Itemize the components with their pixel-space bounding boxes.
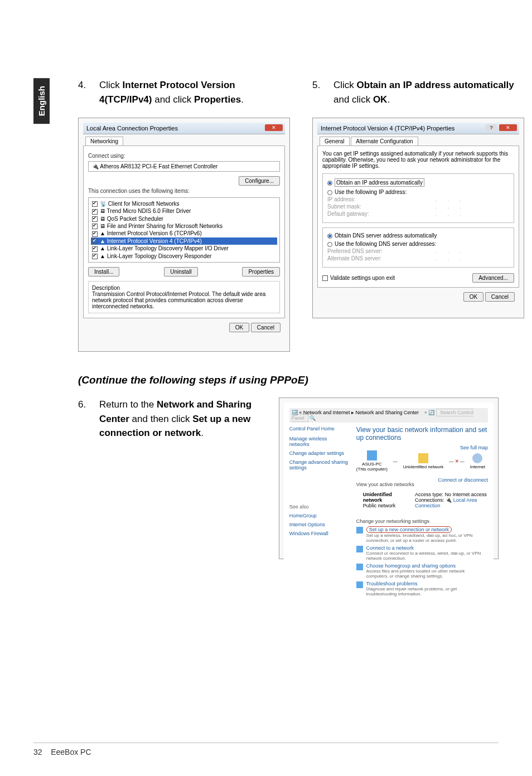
step-number: 4.: [78, 78, 89, 106]
active-networks-label: View your active networks: [356, 482, 414, 487]
ns-option[interactable]: Connect to a networkConnect or reconnect…: [356, 545, 488, 561]
sidebar-link[interactable]: Manage wireless networks: [289, 436, 349, 447]
sidebar-link[interactable]: Windows Firewall: [289, 531, 349, 536]
validate-checkbox[interactable]: Validate settings upon exit: [322, 275, 395, 281]
list-item[interactable]: ▲ Link-Layer Topology Discovery Responde…: [91, 253, 277, 260]
tab-general[interactable]: General: [320, 137, 350, 146]
list-item[interactable]: ▲ Link-Layer Topology Discovery Mapper I…: [91, 245, 277, 252]
sidebar-link[interactable]: HomeGroup: [289, 513, 349, 518]
radio-use-dns[interactable]: Use the following DNS server addresses:: [327, 241, 509, 247]
continue-heading: (Continue the following steps if using P…: [78, 374, 499, 386]
advanced-button[interactable]: Advanced...: [472, 273, 514, 283]
uninstall-button[interactable]: Uninstall: [164, 267, 197, 277]
step-number: 5.: [312, 78, 323, 106]
pdns-label: Preferred DNS server:: [327, 248, 389, 254]
cancel-button[interactable]: Cancel: [485, 292, 515, 302]
ip-address-label: IP address:: [327, 196, 389, 202]
network-sharing-screenshot: 🔙 « Network and Internet ▸ Network and S…: [279, 397, 499, 559]
language-tab: English: [33, 78, 50, 124]
ok-button[interactable]: OK: [229, 323, 249, 332]
page-number: 32: [33, 748, 42, 756]
description-body: Transmission Control Protocol/Internet P…: [92, 291, 276, 309]
ns-option[interactable]: Set up a new connection or networkSet up…: [356, 526, 488, 543]
gateway-label: Default gateway:: [327, 211, 389, 217]
step-body: Click Obtain an IP address automatically…: [333, 78, 524, 106]
step-4: 4. Click Internet Protocol Version 4(TCP…: [78, 78, 290, 106]
list-item[interactable]: 📡 Client for Microsoft Networks: [91, 200, 277, 207]
properties-button[interactable]: Properties: [242, 267, 280, 277]
connect-disconnect-link[interactable]: Connect or disconnect: [438, 477, 488, 489]
radio-obtain-dns[interactable]: Obtain DNS server address automatically: [327, 232, 509, 239]
close-icon[interactable]: ✕: [499, 124, 517, 131]
sidebar-link[interactable]: Change advanced sharing settings: [289, 459, 349, 471]
cancel-button[interactable]: Cancel: [251, 323, 280, 332]
adapter-field: 🔌 Atheros AR8132 PCI-E Fast Ethernet Con…: [88, 161, 280, 172]
step-number: 6.: [78, 397, 89, 440]
items-label: This connection uses the following items…: [88, 188, 280, 194]
change-settings-label: Change your networking settings: [356, 518, 488, 524]
dialog-title: Internet Protocol Version 4 (TCP/IPv4) P…: [321, 125, 454, 132]
step-5: 5. Click Obtain an IP address automatica…: [312, 78, 524, 106]
radio-obtain-ip[interactable]: Obtain an IP address automatically: [327, 178, 509, 187]
configure-button[interactable]: Configure...: [239, 176, 280, 186]
network-diagram: ASUS-PC(This computer) — Unidentified ne…: [356, 450, 488, 472]
sidebar-link[interactable]: Change adapter settings: [289, 450, 349, 456]
ipv4-properties-screenshot: Internet Protocol Version 4 (TCP/IPv4) P…: [312, 118, 524, 318]
tab-networking[interactable]: Networking: [85, 137, 123, 146]
subnet-label: Subnet mask:: [327, 203, 389, 210]
breadcrumb[interactable]: 🔙 « Network and Internet ▸ Network and S…: [289, 408, 488, 423]
dialog-titlebar: Internet Protocol Version 4 (TCP/IPv4) P…: [317, 123, 519, 134]
see-also-label: See also: [289, 504, 349, 510]
lac-properties-screenshot: Local Area Connection Properties ✕ Netwo…: [78, 118, 290, 352]
dns-group: Obtain DNS server address automatically …: [322, 227, 514, 268]
description-box: Description Transmission Control Protoco…: [88, 281, 280, 313]
step-body: Click Internet Protocol Version 4(TCP/IP…: [99, 78, 290, 106]
list-item[interactable]: 🖥 QoS Packet Scheduler: [91, 215, 277, 222]
step-6: 6. Return to the Network and Sharing Cen…: [78, 397, 262, 440]
ns-option[interactable]: Troubleshoot problemsDiagnose and repair…: [356, 581, 488, 596]
connect-using-label: Connect using:: [88, 153, 280, 159]
list-item[interactable]: 🖥 Trend Micro NDIS 6.0 Filter Driver: [91, 207, 277, 215]
ns-heading: View your basic network information and …: [356, 426, 488, 442]
ip-group: Obtain an IP address automatically Use t…: [322, 173, 514, 223]
description-heading: Description: [92, 285, 276, 291]
step-body: Return to the Network and Sharing Center…: [99, 397, 262, 440]
install-button[interactable]: Install...: [88, 267, 119, 277]
adns-label: Alternate DNS server:: [327, 255, 389, 261]
see-full-map-link[interactable]: See full map: [460, 445, 488, 450]
dialog-titlebar: Local Area Connection Properties ✕: [83, 123, 285, 134]
radio-use-ip[interactable]: Use the following IP address:: [327, 189, 509, 195]
help-icon[interactable]: ?: [486, 124, 497, 131]
close-icon[interactable]: ✕: [265, 124, 283, 131]
page-footer: 32 EeeBox PC: [33, 743, 499, 756]
list-item-selected[interactable]: ▲ Internet Protocol Version 4 (TCP/IPv4): [91, 237, 277, 245]
network-entry: Unidentified network Public network: [363, 492, 404, 508]
dialog-title: Local Area Connection Properties: [86, 125, 178, 132]
ns-option[interactable]: Choose homegroup and sharing optionsAcce…: [356, 563, 488, 579]
sidebar-link[interactable]: Internet Options: [289, 522, 349, 527]
ok-button[interactable]: OK: [463, 292, 483, 302]
list-item[interactable]: ▲ Internet Protocol Version 6 (TCP/IPv6): [91, 230, 277, 237]
intro-text: You can get IP settings assigned automat…: [322, 151, 514, 169]
tab-alternate[interactable]: Alternate Configuration: [351, 137, 418, 146]
list-item[interactable]: 🖥 File and Printer Sharing for Microsoft…: [91, 222, 277, 230]
cp-home-link[interactable]: Control Panel Home: [289, 426, 349, 431]
product-name: EeeBox PC: [51, 748, 91, 756]
connection-items-list[interactable]: 📡 Client for Microsoft Networks 🖥 Trend …: [88, 197, 280, 263]
